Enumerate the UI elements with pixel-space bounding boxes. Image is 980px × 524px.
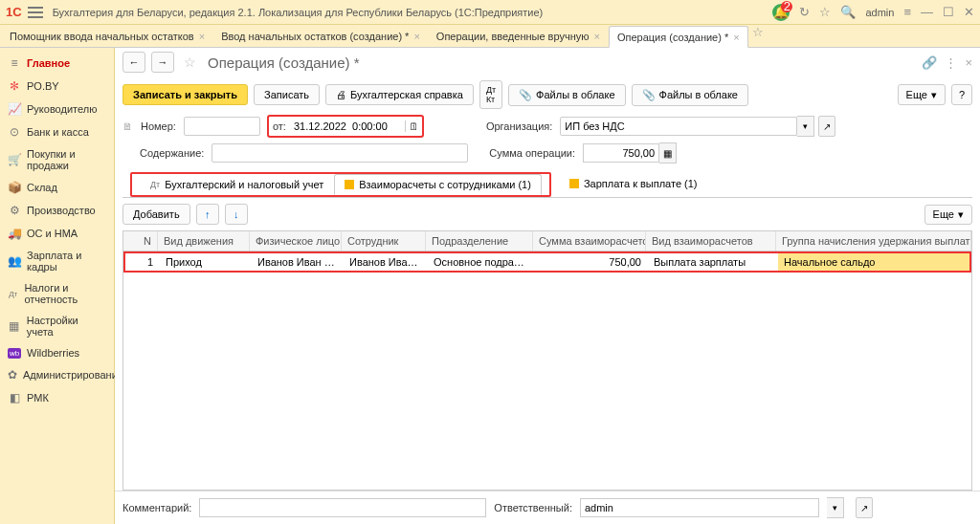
tab-manual[interactable]: Операции, введенные вручную× — [429, 25, 609, 47]
sidebar-item-settings[interactable]: ▦Настройки учета — [0, 310, 114, 342]
burger-icon[interactable] — [28, 7, 43, 18]
content-label: Содержание: — [140, 147, 204, 159]
calendar-icon[interactable]: 🗓 — [405, 120, 422, 132]
cloud-files-button-1[interactable]: 📎Файлы в облаке — [508, 84, 625, 106]
sidebar-item-manager[interactable]: 📈Руководителю — [0, 98, 114, 120]
calc-button[interactable]: ▦ — [659, 142, 677, 164]
sidebar-item-label: Зарплата и кадры — [27, 250, 106, 273]
col-sum[interactable]: Сумма взаиморасчетов — [533, 231, 646, 251]
cell-movement: Приход — [160, 253, 252, 271]
cell-department: Основное подразделение — [428, 253, 535, 271]
settings-icon[interactable]: ≡ — [903, 5, 911, 19]
table-row[interactable]: 1 Приход Иванов Иван Ива... Иванов Иван … — [123, 251, 971, 273]
date-field[interactable]: от: 🗓 — [268, 116, 423, 137]
sidebar-item-admin[interactable]: ✿Администрирование — [0, 363, 114, 386]
doc-icon: 🗎 — [122, 120, 133, 132]
close-panel-icon[interactable]: × — [965, 55, 972, 70]
button-label: Добавить — [133, 208, 180, 220]
sidebar-item-sales[interactable]: 🛒Покупки и продажи — [0, 143, 114, 176]
sidebar-item-prod[interactable]: ⚙Производство — [0, 199, 114, 222]
col-movement[interactable]: Вид движения — [158, 231, 250, 251]
close-icon[interactable]: ✕ — [964, 5, 974, 19]
col-employee[interactable]: Сотрудник — [342, 231, 426, 251]
col-type[interactable]: Вид взаиморасчетов — [646, 231, 776, 251]
dtkt-icon: ДтКт — [486, 85, 496, 104]
org-input[interactable] — [560, 117, 797, 136]
tab-close-icon[interactable]: × — [199, 31, 205, 42]
sidebar-item-rmk[interactable]: ◧РМК — [0, 386, 114, 409]
people-icon: 👥 — [8, 254, 21, 268]
main-panel: ← → ☆ Операция (создание) * 🔗 ⋮ × Записа… — [115, 48, 980, 524]
chart-icon: 📈 — [8, 102, 21, 116]
save-button[interactable]: Записать — [254, 84, 320, 105]
grid-more-menu[interactable]: Еще▾ — [924, 205, 972, 225]
minimize-icon[interactable]: — — [921, 5, 933, 19]
resp-open-button[interactable]: ↗ — [856, 497, 873, 518]
move-up-button[interactable]: ↑ — [196, 204, 219, 225]
sum-input[interactable] — [583, 143, 659, 163]
comment-input[interactable] — [199, 498, 486, 517]
dtkt-button[interactable]: ДтКт — [479, 80, 502, 109]
acct-ref-button[interactable]: 🖨Бухгалтерская справка — [325, 84, 474, 105]
sidebar-item-wb[interactable]: wbWildberries — [0, 342, 114, 363]
more-label: Еще — [906, 89, 927, 100]
nav-back-button[interactable]: ← — [122, 52, 145, 73]
tab-initial[interactable]: Ввод начальных остатков (создание) *× — [213, 25, 429, 47]
square-icon — [569, 179, 579, 188]
sidebar-item-main[interactable]: ≡Главное — [0, 52, 114, 75]
search-icon[interactable]: 🔍 — [840, 5, 856, 19]
col-n[interactable]: N — [123, 231, 158, 251]
col-group[interactable]: Группа начисления удержания выплаты — [776, 231, 971, 251]
tab-helper[interactable]: Помощник ввода начальных остатков× — [2, 25, 213, 47]
sidebar-item-label: Производство — [27, 205, 96, 216]
resp-dropdown-button[interactable]: ▾ — [827, 497, 844, 518]
content-input[interactable] — [212, 143, 468, 163]
tab-close-icon[interactable]: × — [733, 32, 739, 43]
sidebar-item-label: Склад — [27, 182, 57, 193]
cell-group[interactable]: Начальное сальдо — [778, 253, 969, 271]
move-down-button[interactable]: ↓ — [225, 204, 248, 225]
col-person[interactable]: Физическое лицо — [250, 231, 342, 251]
date-input[interactable] — [290, 118, 405, 135]
sidebar-item-taxes[interactable]: ДтНалоги и отчетность — [0, 277, 114, 310]
tab-close-icon[interactable]: × — [594, 31, 600, 42]
cell-sum: 750,00 — [535, 253, 648, 271]
sidebar-item-bank[interactable]: ⊙Банк и касса — [0, 120, 114, 143]
star-icon[interactable]: ☆ — [184, 55, 196, 70]
save-close-button[interactable]: Записать и закрыть — [122, 84, 248, 105]
bell-icon[interactable]: 🔔2 — [772, 4, 790, 21]
favorite-icon[interactable]: ☆ — [752, 25, 764, 47]
link-icon[interactable]: 🔗 — [922, 55, 937, 70]
cloud-files-button-2[interactable]: 📎Файлы в облаке — [632, 84, 748, 106]
sidebar-item-label: ОС и НМА — [27, 228, 78, 239]
button-label: Записать — [264, 89, 309, 100]
sidebar-item-stock[interactable]: 📦Склад — [0, 176, 114, 199]
options-icon[interactable]: ⋮ — [945, 55, 957, 70]
sidebar-item-os[interactable]: 🚚ОС и НМА — [0, 222, 114, 245]
col-department[interactable]: Подразделение — [426, 231, 533, 251]
more-menu[interactable]: Еще▾ — [898, 84, 946, 105]
org-open-button[interactable]: ↗ — [818, 116, 835, 137]
sidebar-item-label: Администрирование — [23, 369, 123, 381]
help-button[interactable]: ? — [951, 84, 972, 105]
add-button[interactable]: Добавить — [122, 204, 190, 225]
wb-icon: wb — [8, 348, 21, 359]
sidebar-item-label: Налоги и отчетность — [24, 282, 106, 305]
maximize-icon[interactable]: ☐ — [943, 5, 954, 19]
sidebar-item-salary[interactable]: 👥Зарплата и кадры — [0, 245, 114, 277]
history-icon[interactable]: ↻ — [799, 5, 810, 19]
sidebar-item-poby[interactable]: ✻PO.BY — [0, 75, 114, 98]
subtab-label: Бухгалтерский и налоговый учет — [165, 179, 323, 190]
subtab-accounting[interactable]: ДтБухгалтерский и налоговый учет — [140, 174, 334, 195]
tab-operation[interactable]: Операция (создание) *× — [609, 26, 748, 48]
subtab-employees[interactable]: Взаиморасчеты с сотрудниками (1) — [334, 174, 542, 195]
responsible-input[interactable] — [580, 498, 819, 517]
number-input[interactable] — [184, 117, 260, 136]
subtab-payroll[interactable]: Зарплата к выплате (1) — [559, 170, 708, 197]
org-dropdown-button[interactable]: ▾ — [797, 116, 814, 137]
user-label[interactable]: admin — [865, 7, 894, 18]
star-icon[interactable]: ☆ — [819, 5, 831, 19]
tab-close-icon[interactable]: × — [413, 31, 419, 42]
cell-person: Иванов Иван Ива... — [252, 253, 344, 271]
nav-fwd-button[interactable]: → — [151, 52, 174, 73]
